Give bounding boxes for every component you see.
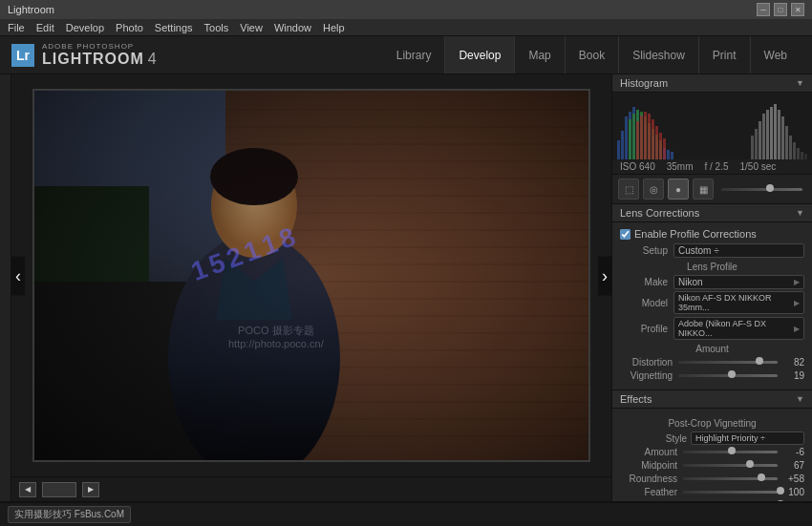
title-bar: Lightroom ─ □ ✕ — [0, 0, 812, 19]
midpoint-track[interactable] — [683, 464, 778, 467]
tab-book[interactable]: Book — [565, 36, 618, 74]
svg-rect-62 — [755, 129, 758, 159]
amount-row: Amount -6 — [620, 447, 804, 457]
distortion-thumb[interactable] — [756, 357, 763, 365]
red-eye-tool[interactable]: ● — [668, 179, 689, 200]
enable-profile-checkbox[interactable] — [620, 229, 630, 240]
menu-tools[interactable]: Tools — [204, 22, 229, 33]
svg-rect-69 — [781, 116, 784, 159]
svg-rect-56 — [648, 114, 651, 159]
photo-next-button[interactable]: › — [598, 256, 611, 295]
menu-photo[interactable]: Photo — [116, 22, 143, 33]
svg-rect-59 — [659, 133, 662, 159]
style-label: Style — [620, 433, 687, 444]
tab-map[interactable]: Map — [514, 36, 564, 74]
histogram-title: Histogram — [620, 77, 668, 89]
center-area: ‹ — [11, 74, 611, 501]
vignetting-row: Vignetting 19 — [620, 370, 804, 381]
roundness-row: Roundness +58 — [620, 473, 804, 484]
vignetting-track[interactable] — [678, 374, 778, 377]
lens-correction-section: Lens Corrections ▼ Enable Profile Correc… — [612, 204, 812, 390]
vignetting-thumb[interactable] — [728, 370, 736, 378]
make-value[interactable]: Nikon ▶ — [673, 275, 804, 289]
amount-label: Amount — [620, 447, 677, 457]
amount-title: Amount — [620, 344, 804, 354]
menu-help[interactable]: Help — [323, 22, 345, 33]
svg-rect-57 — [652, 119, 654, 159]
tab-library[interactable]: Library — [383, 36, 445, 74]
midpoint-thumb[interactable] — [746, 460, 754, 468]
roundness-track[interactable] — [683, 477, 778, 480]
svg-rect-30 — [621, 131, 624, 159]
status-text: 实用摄影技巧 FsBus.CoM — [8, 506, 131, 523]
setup-value[interactable]: Custom ÷ — [673, 243, 804, 258]
app-name: LIGHTROOM — [42, 52, 144, 67]
svg-rect-64 — [762, 114, 765, 159]
svg-rect-66 — [770, 107, 773, 159]
feather-track[interactable] — [683, 491, 778, 494]
roundness-thumb[interactable] — [758, 473, 765, 481]
svg-rect-68 — [778, 110, 780, 159]
photo-prev-button[interactable]: ‹ — [11, 256, 25, 295]
effects-header[interactable]: Effects ▼ — [612, 390, 812, 409]
svg-rect-63 — [759, 121, 761, 159]
histogram-header[interactable]: Histogram ▼ — [612, 74, 812, 93]
close-button[interactable]: ✕ — [791, 3, 804, 16]
tool-slider-thumb[interactable] — [766, 184, 774, 192]
tool-slider-track[interactable] — [721, 188, 802, 191]
lens-correction-header[interactable]: Lens Corrections ▼ — [612, 204, 812, 222]
svg-rect-71 — [789, 136, 792, 159]
highlights-thumb[interactable] — [777, 500, 784, 501]
graduated-filter-tool[interactable]: ▦ — [693, 179, 714, 200]
svg-rect-44 — [629, 119, 631, 159]
minimize-button[interactable]: ─ — [757, 3, 770, 16]
style-value[interactable]: Highlight Priority ÷ — [691, 431, 804, 445]
histogram-svg — [612, 93, 812, 159]
tab-slideshow[interactable]: Slideshow — [618, 36, 698, 74]
logo-area: Lr ADOBE PHOTOSHOP LIGHTROOM 4 — [11, 42, 183, 68]
amount-track[interactable] — [683, 451, 778, 453]
crop-tool[interactable]: ⬚ — [618, 179, 639, 200]
make-row: Make Nikon ▶ — [620, 275, 804, 289]
filmstrip: ◀ ▶ — [11, 476, 611, 501]
menu-develop[interactable]: Develop — [66, 22, 104, 33]
svg-rect-31 — [625, 116, 628, 159]
highlights-value: 100 — [781, 500, 804, 501]
profile-value[interactable]: Adobe (Nikon AF-S DX NIKKO... ▶ — [673, 317, 804, 340]
nav-tabs: Library Develop Map Book Slideshow Print… — [383, 36, 801, 74]
filmstrip-right-icon[interactable]: ▶ — [82, 482, 99, 497]
amount-thumb[interactable] — [728, 447, 736, 454]
menu-edit[interactable]: Edit — [36, 22, 54, 33]
filmstrip-thumb[interactable] — [42, 482, 76, 497]
distortion-track[interactable] — [678, 361, 778, 364]
menu-file[interactable]: File — [8, 22, 25, 33]
lens-correction-arrow: ▼ — [796, 208, 804, 218]
menu-window[interactable]: Window — [274, 22, 311, 33]
filmstrip-left-icon[interactable]: ◀ — [19, 482, 36, 497]
highlights-label: Highlights — [620, 500, 677, 501]
menu-view[interactable]: View — [240, 22, 263, 33]
histogram-arrow: ▼ — [796, 78, 804, 88]
maximize-button[interactable]: □ — [774, 3, 787, 16]
make-label: Make — [620, 277, 668, 287]
top-bar: Lr ADOBE PHOTOSHOP LIGHTROOM 4 Library D… — [0, 36, 812, 74]
logo-text: ADOBE PHOTOSHOP LIGHTROOM 4 — [42, 42, 157, 68]
tab-web[interactable]: Web — [750, 36, 801, 74]
svg-rect-70 — [785, 126, 788, 159]
aperture-info: f / 2.5 — [705, 161, 729, 172]
model-value[interactable]: Nikon AF-S DX NIKKOR 35mm... ▶ — [673, 291, 804, 314]
lr-badge: Lr — [11, 44, 34, 67]
focal-info: 35mm — [667, 161, 694, 172]
tab-print[interactable]: Print — [698, 36, 750, 74]
profile-row: Profile Adobe (Nikon AF-S DX NIKKO... ▶ — [620, 317, 804, 340]
svg-rect-65 — [766, 110, 769, 159]
svg-rect-73 — [797, 148, 800, 159]
tab-develop[interactable]: Develop — [444, 36, 514, 74]
enable-profile-label: Enable Profile Corrections — [634, 228, 757, 240]
feather-thumb[interactable] — [777, 487, 784, 494]
photo-svg — [34, 91, 588, 460]
menu-settings[interactable]: Settings — [155, 22, 193, 33]
spot-removal-tool[interactable]: ◎ — [643, 179, 664, 200]
model-row: Model Nikon AF-S DX NIKKOR 35mm... ▶ — [620, 291, 804, 314]
model-label: Model — [620, 298, 668, 308]
